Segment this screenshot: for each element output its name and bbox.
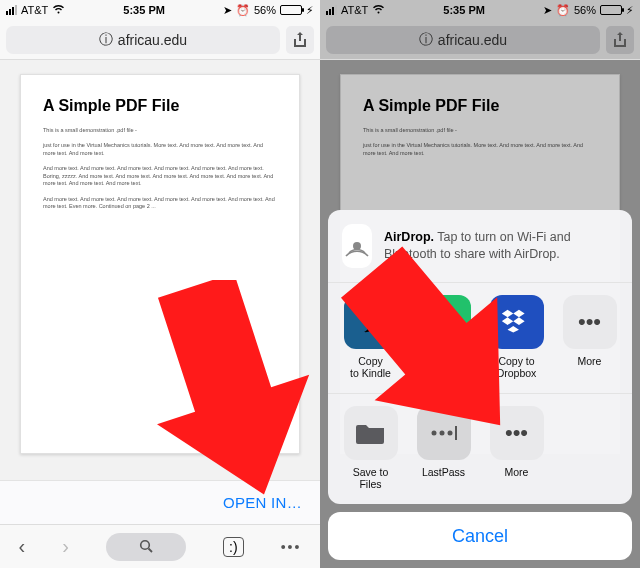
signal-icon: [326, 5, 337, 15]
svg-point-0: [140, 541, 149, 550]
svg-point-5: [439, 430, 444, 435]
forward-button[interactable]: ›: [62, 535, 69, 558]
back-button[interactable]: ‹: [19, 535, 26, 558]
screenshot-right: AT&T 5:35 PM ➤ ⏰ 56% ⚡︎ ⓘ africau.edu A …: [320, 0, 640, 568]
search-button[interactable]: [106, 533, 186, 561]
copy-to-evernote[interactable]: Copy toEvernote: [407, 295, 480, 379]
location-arrow-icon: ➤: [223, 4, 232, 17]
more-icon: •••: [563, 295, 617, 349]
lastpass-action[interactable]: LastPass: [407, 406, 480, 490]
address-bar: ⓘ africau.edu: [0, 20, 320, 60]
tile-label: More: [505, 466, 529, 490]
cancel-button[interactable]: Cancel: [328, 512, 632, 560]
pdf-paragraph: And more text. And more text. And more t…: [43, 165, 277, 187]
wifi-icon: [52, 4, 65, 16]
tile-label: Copy toDropbox: [497, 355, 537, 379]
tile-label: Copy toEvernote: [422, 355, 464, 379]
bottom-toolbar: ‹ › :) •••: [0, 524, 320, 568]
carrier-label: AT&T: [21, 4, 48, 16]
pdf-paragraph: This is a small demonstration .pdf file …: [363, 127, 597, 134]
pdf-paragraph: And more text. And more text. And more t…: [43, 196, 277, 211]
svg-rect-7: [455, 426, 457, 440]
page-viewport[interactable]: A Simple PDF File This is a small demons…: [0, 60, 320, 524]
airdrop-icon: [342, 224, 372, 268]
evernote-icon: [417, 295, 471, 349]
more-actions[interactable]: ••• More: [480, 406, 553, 490]
address-bar: ⓘ africau.edu: [320, 20, 640, 60]
alarm-icon: ⏰: [556, 4, 570, 17]
pdf-paragraph: just for use in the Virtual Mechanics tu…: [43, 142, 277, 157]
airdrop-row[interactable]: AirDrop. Tap to turn on Wi-Fi and Blueto…: [328, 210, 632, 283]
clock: 5:35 PM: [123, 4, 165, 16]
airdrop-text: AirDrop. Tap to turn on Wi-Fi and Blueto…: [384, 229, 618, 263]
open-in-bar: OPEN IN…: [0, 480, 320, 524]
open-in-button[interactable]: OPEN IN…: [223, 494, 302, 511]
url-field: ⓘ africau.edu: [326, 26, 600, 54]
alarm-icon: ⏰: [236, 4, 250, 17]
more-button[interactable]: •••: [281, 539, 302, 555]
status-bar: AT&T 5:35 PM ➤ ⏰ 56% ⚡︎: [320, 0, 640, 20]
battery-icon: [280, 5, 302, 15]
kindle-icon: [344, 295, 398, 349]
status-bar: AT&T 5:35 PM ➤ ⏰ 56% ⚡︎: [0, 0, 320, 20]
url-text: africau.edu: [438, 32, 507, 48]
svg-point-6: [447, 430, 452, 435]
dropbox-icon: [490, 295, 544, 349]
battery-icon: [600, 5, 622, 15]
folder-icon: [344, 406, 398, 460]
save-to-files[interactable]: Save toFiles: [334, 406, 407, 490]
location-arrow-icon: ➤: [543, 4, 552, 17]
info-icon: ⓘ: [99, 31, 113, 49]
battery-pct: 56%: [254, 4, 276, 16]
signal-icon: [6, 5, 17, 15]
lastpass-icon: [417, 406, 471, 460]
tile-label: LastPass: [422, 466, 465, 490]
pdf-title: A Simple PDF File: [43, 97, 277, 115]
tile-label: Copyto Kindle: [350, 355, 391, 379]
charging-bolt-icon: ⚡︎: [306, 4, 314, 17]
svg-line-1: [148, 549, 152, 553]
app-row: Copyto Kindle Copy toEvernote Copy toDro…: [328, 283, 632, 394]
tile-label: Save toFiles: [353, 466, 389, 490]
empty-tile: [553, 406, 626, 490]
battery-pct: 56%: [574, 4, 596, 16]
share-button: [606, 26, 634, 54]
share-button[interactable]: [286, 26, 314, 54]
info-icon: ⓘ: [419, 31, 433, 49]
copy-to-dropbox[interactable]: Copy toDropbox: [480, 295, 553, 379]
pdf-title: A Simple PDF File: [363, 97, 597, 115]
svg-point-4: [431, 430, 436, 435]
url-text: africau.edu: [118, 32, 187, 48]
pdf-page: A Simple PDF File This is a small demons…: [20, 74, 300, 454]
copy-to-kindle[interactable]: Copyto Kindle: [334, 295, 407, 379]
pdf-paragraph: just for use in the Virtual Mechanics tu…: [363, 142, 597, 157]
carrier-label: AT&T: [341, 4, 368, 16]
more-icon: •••: [490, 406, 544, 460]
url-field[interactable]: ⓘ africau.edu: [6, 26, 280, 54]
screenshot-left: AT&T 5:35 PM ➤ ⏰ 56% ⚡︎ ⓘ africau.edu A …: [0, 0, 320, 568]
tile-label: More: [578, 355, 602, 379]
action-row: Save toFiles LastPass ••• More: [328, 394, 632, 504]
charging-bolt-icon: ⚡︎: [626, 4, 634, 17]
tabs-button[interactable]: :): [223, 537, 244, 557]
share-sheet: AirDrop. Tap to turn on Wi-Fi and Blueto…: [328, 210, 632, 560]
clock: 5:35 PM: [443, 4, 485, 16]
pdf-paragraph: This is a small demonstration .pdf file …: [43, 127, 277, 134]
more-apps[interactable]: ••• More: [553, 295, 626, 379]
wifi-icon: [372, 4, 385, 16]
cancel-label: Cancel: [452, 526, 508, 547]
